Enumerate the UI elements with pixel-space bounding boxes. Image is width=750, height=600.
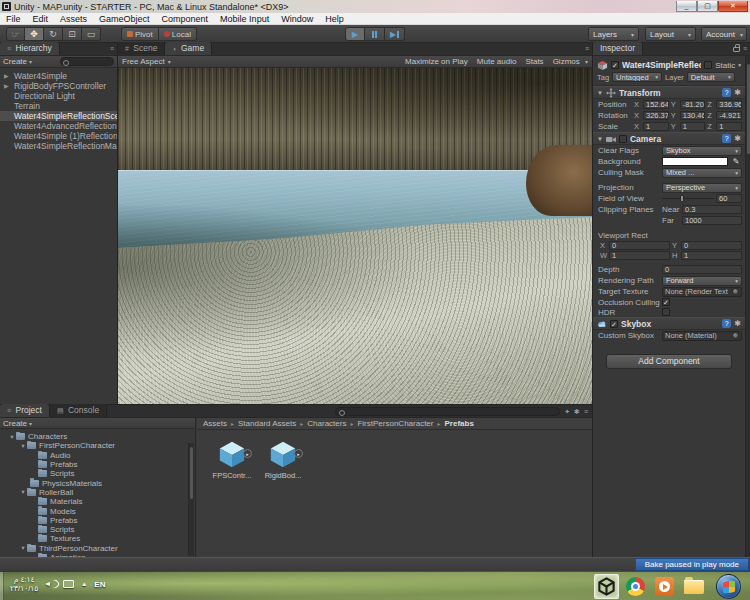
bake-notification[interactable]: Bake paused in play mode (635, 558, 749, 571)
rotation-z-field[interactable]: -4.9213 (716, 111, 742, 120)
lock-icon[interactable] (733, 47, 740, 52)
camera-component-header[interactable]: ▼ Camera ? ✱ (593, 132, 745, 145)
panel-menu-icon[interactable]: ≡ (743, 42, 747, 55)
tree-item[interactable]: Prefabs (0, 460, 195, 469)
static-dropdown-icon[interactable]: ▾ (738, 62, 741, 68)
tab-console[interactable]: ▤ Console (50, 404, 107, 417)
start-button[interactable] (716, 574, 741, 599)
hdr-checkbox[interactable] (662, 308, 670, 316)
volume-icon[interactable] (45, 579, 56, 589)
stats-toggle[interactable]: Stats (525, 57, 543, 66)
panel-menu-icon[interactable]: ≡ (585, 42, 589, 55)
hierarchy-item[interactable]: Terrain (0, 101, 117, 111)
hierarchy-search-input[interactable] (60, 57, 114, 66)
panel-menu-icon[interactable]: ≡ (110, 42, 114, 55)
step-button[interactable]: ▶ (385, 27, 405, 41)
foldout-icon[interactable]: ▶ (4, 81, 9, 91)
pause-button[interactable] (365, 27, 385, 41)
tab-game[interactable]: ◗ Game (165, 42, 212, 55)
asset-rigidbody[interactable]: ▸ RigidBod... (261, 439, 305, 480)
gear-icon[interactable]: ✱ (734, 134, 741, 143)
layer-dropdown[interactable]: Default▾ (687, 72, 735, 82)
show-desktop-button[interactable] (0, 572, 4, 600)
scale-z-field[interactable]: 1 (716, 122, 742, 131)
project-create-button[interactable]: Create (3, 419, 27, 428)
hierarchy-item[interactable]: ▶Water4Simple (0, 71, 117, 81)
tree-item[interactable]: PhysicsMaterials (0, 478, 195, 487)
layout-dropdown[interactable]: Layout ▾ (645, 27, 696, 41)
mute-audio-toggle[interactable]: Mute audio (477, 57, 517, 66)
scale-y-field[interactable]: 1 (680, 122, 706, 131)
gameobject-name[interactable]: Water4SimpleReflectionS (622, 60, 701, 70)
fov-slider[interactable] (662, 194, 714, 203)
close-button[interactable]: ✕ (718, 1, 748, 12)
maximize-on-play-toggle[interactable]: Maximize on Play (405, 57, 468, 66)
hierarchy-item-selected[interactable]: Water4SimpleReflectionSceneCa (0, 111, 117, 121)
rotate-tool-icon[interactable]: ↻ (44, 27, 63, 41)
move-tool-icon[interactable]: ✥ (25, 27, 44, 41)
object-picker-icon[interactable] (732, 288, 739, 295)
menu-help[interactable]: Help (325, 14, 344, 24)
eyedropper-icon[interactable]: ✎ (730, 157, 742, 166)
gear-icon[interactable]: ✱ (734, 88, 741, 97)
asset-fpscontroller[interactable]: ▸ FPSContr... (210, 439, 254, 480)
panel-menu-icon[interactable]: ≡ (584, 408, 588, 415)
taskbar-unity-button[interactable] (594, 574, 619, 599)
clear-flags-dropdown[interactable]: Skybox▾ (662, 146, 742, 156)
breadcrumb-item[interactable]: FirstPersonCharacter (357, 419, 433, 428)
tree-item[interactable]: ▼FirstPersonCharacter (0, 441, 195, 450)
pivot-toggle[interactable]: Pivot (121, 27, 159, 41)
position-z-field[interactable]: 336.961 (716, 100, 742, 109)
position-x-field[interactable]: 152.648 (643, 100, 669, 109)
occlusion-culling-checkbox[interactable]: ✓ (662, 298, 670, 306)
custom-skybox-field[interactable]: None (Material) (662, 331, 742, 341)
hierarchy-item[interactable]: ▶RigidBodyFPSController (0, 81, 117, 91)
foldout-icon[interactable]: ▶ (4, 71, 9, 81)
minimize-button[interactable]: _ (676, 1, 697, 12)
tab-scene[interactable]: # Scene (118, 42, 165, 55)
target-texture-field[interactable]: None (Render Text (662, 287, 742, 297)
menu-assets[interactable]: Assets (60, 14, 87, 24)
menu-file[interactable]: File (6, 14, 21, 24)
hierarchy-item[interactable]: Directional Light (0, 91, 117, 101)
add-component-button[interactable]: Add Component (606, 354, 732, 369)
breadcrumb-item[interactable]: Assets (203, 419, 227, 428)
breadcrumb-item[interactable]: Characters (307, 419, 346, 428)
culling-mask-dropdown[interactable]: Mixed ...▾ (662, 168, 742, 178)
rendering-path-dropdown[interactable]: Forward▾ (662, 276, 742, 286)
tab-hierarchy[interactable]: ≡ Hierarchy (0, 42, 60, 55)
object-picker-icon[interactable] (732, 332, 739, 339)
tree-item[interactable]: Materials (0, 497, 195, 506)
asset-labels-icon[interactable]: ✦ (564, 408, 570, 416)
tree-item[interactable]: Scripts (0, 525, 195, 534)
inspector-scrollbar[interactable] (745, 56, 750, 557)
language-indicator[interactable]: EN (94, 580, 105, 589)
tree-item[interactable]: Models (0, 506, 195, 515)
help-icon[interactable]: ? (722, 134, 731, 143)
tree-scrollbar[interactable] (188, 443, 194, 556)
rotation-x-field[interactable]: 326.375 (643, 111, 669, 120)
static-checkbox[interactable] (704, 61, 712, 69)
tab-inspector[interactable]: Inspector (593, 42, 643, 55)
position-y-field[interactable]: -81.203 (680, 100, 706, 109)
gizmos-dropdown[interactable]: Gizmos ▾ (553, 57, 588, 66)
skybox-enabled-checkbox[interactable]: ✓ (610, 320, 618, 328)
play-button[interactable]: ▶ (345, 27, 365, 41)
scale-x-field[interactable]: 1 (643, 122, 669, 131)
rotation-y-field[interactable]: 130.462 (680, 111, 706, 120)
near-field[interactable]: 0.3 (682, 205, 742, 214)
hierarchy-create-button[interactable]: Create (3, 57, 27, 66)
layers-dropdown[interactable]: Layers ▾ (588, 27, 639, 41)
network-icon[interactable] (63, 580, 74, 588)
prefab-arrow-badge[interactable]: ▸ (243, 449, 252, 458)
tray-expand-icon[interactable]: ▲ (81, 581, 87, 587)
hierarchy-item[interactable]: Water4AdvancedReflectionScen (0, 121, 117, 131)
viewport-x-field[interactable]: 0 (609, 241, 670, 250)
viewport-y-field[interactable]: 0 (681, 241, 742, 250)
tree-item[interactable]: ▼RollerBall (0, 488, 195, 497)
fov-field[interactable]: 60 (716, 194, 742, 203)
tree-item[interactable]: Prefabs (0, 516, 195, 525)
help-icon[interactable]: ? (722, 88, 731, 97)
viewport-h-field[interactable]: 1 (681, 251, 742, 260)
prefab-arrow-badge[interactable]: ▸ (294, 449, 303, 458)
